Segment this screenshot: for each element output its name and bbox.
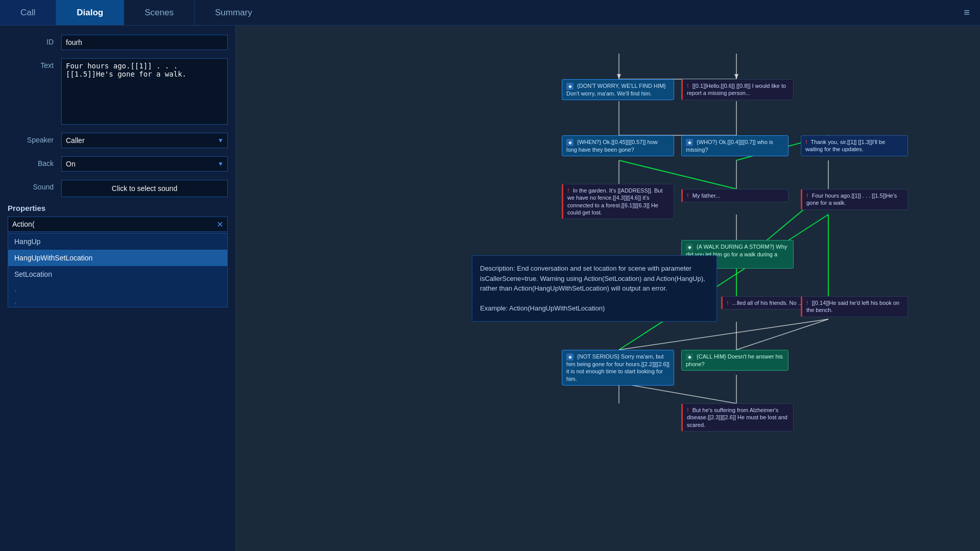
description-example: Example: Action(HangUpWithSetLocation)	[480, 303, 709, 314]
properties-title: Properties	[8, 204, 228, 212]
node-thank-you[interactable]: ! Thank you, sir.[[1]] [[1.3]]I'll be wa…	[801, 135, 908, 156]
action-clear-icon[interactable]: ✕	[212, 220, 227, 229]
tab-scenes[interactable]: Scenes	[124, 0, 195, 25]
description-popup: Description: End conversation and set lo…	[472, 255, 717, 322]
graph-canvas[interactable]: ◆ {DON'T WORRY, WE'LL FIND HIM} Don't wo…	[236, 26, 980, 551]
tab-summary[interactable]: Summary	[195, 0, 273, 25]
node-book-bench[interactable]: ! [[0.14]]He said he'd left his book on …	[801, 296, 908, 317]
dropdown-item-setlocation[interactable]: SetLocation	[8, 266, 227, 282]
node-icon-4: ◆	[686, 139, 693, 146]
svg-line-16	[619, 319, 828, 350]
sound-row: Sound Click to select sound	[0, 176, 235, 201]
dropdown-item-comma2: ,	[8, 295, 227, 307]
sound-button[interactable]: Click to select sound	[61, 180, 228, 197]
node-icon-1: ◆	[566, 83, 573, 90]
dropdown-item-hangup[interactable]: HangUp	[8, 233, 227, 250]
node-in-garden[interactable]: ! In the garden. It's [[ADDRESS]]. But w…	[562, 184, 674, 219]
action-dropdown: HangUp HangUpWithSetLocation SetLocation…	[8, 233, 228, 307]
node-dont-worry[interactable]: ◆ {DON'T WORRY, WE'LL FIND HIM} Don't wo…	[562, 79, 674, 100]
back-row: Back On Off ▼	[0, 152, 235, 176]
action-input-row: ✕	[8, 217, 228, 232]
tab-dialog[interactable]: Dialog	[56, 0, 124, 25]
node-four-hours[interactable]: ! Four hours ago.[[1]] . . . [[1.5]]He's…	[801, 189, 908, 210]
back-select[interactable]: On Off	[61, 156, 228, 172]
text-row: Text Four hours ago.[[1]] . . . [[1.5]]H…	[0, 54, 235, 129]
node-hello-report[interactable]: ! [[0.1]]Hello.[[0.6]] [[0.8]] I would l…	[681, 79, 794, 100]
node-alzheimers[interactable]: ! But he's suffering from Alzheimer's di…	[681, 403, 794, 432]
speaker-row: Speaker Caller Operator Narrator ▼	[0, 129, 235, 152]
left-panel: ID Text Four hours ago.[[1]] . . . [[1.5…	[0, 26, 236, 551]
id-input[interactable]	[61, 35, 228, 50]
speaker-select[interactable]: Caller Operator Narrator	[61, 133, 228, 148]
main-content: ID Text Four hours ago.[[1]] . . . [[1.5…	[0, 26, 980, 551]
node-when[interactable]: ◆ {WHEN?} Ok.[[0.45]][[0.57]] how long h…	[562, 135, 674, 156]
node-call-him[interactable]: ◆ {CALL HIM} Doesn't he answer his phone…	[681, 350, 788, 371]
hamburger-icon[interactable]: ≡	[953, 7, 980, 18]
node-not-serious[interactable]: ◆ {NOT SERIOUS} Sorry ma'am, but him bei…	[562, 350, 674, 386]
speaker-label: Speaker	[8, 133, 54, 144]
svg-line-19	[619, 383, 736, 403]
node-icon-9: ◆	[686, 244, 693, 251]
back-select-wrapper: On Off ▼	[61, 156, 228, 172]
node-icon-3: ◆	[566, 139, 573, 146]
svg-marker-23	[617, 74, 621, 79]
properties-section: Properties ✕ HangUp HangUpWithSetLocatio…	[0, 201, 235, 310]
description-text: Description: End conversation and set lo…	[480, 263, 709, 294]
action-input[interactable]	[8, 217, 212, 231]
top-bar: Call Dialog Scenes Summary ≡	[0, 0, 980, 26]
dropdown-item-comma1: ,	[8, 282, 227, 295]
node-my-father[interactable]: ! My father...	[681, 189, 788, 202]
back-label: Back	[8, 156, 54, 167]
node-who[interactable]: ◆ {WHO?} Ok.[[0.4]][[0.7]] who is missin…	[681, 135, 788, 156]
text-input[interactable]: Four hours ago.[[1]] . . . [[1.5]]He's g…	[61, 58, 228, 125]
tab-call[interactable]: Call	[0, 0, 56, 25]
id-row: ID	[0, 31, 235, 54]
svg-line-17	[736, 319, 828, 350]
right-panel: ◆ {DON'T WORRY, WE'LL FIND HIM} Don't wo…	[236, 26, 980, 551]
sound-label: Sound	[8, 180, 54, 191]
node-icon-13: ◆	[686, 353, 693, 361]
dropdown-item-hangupwithsetlocation[interactable]: HangUpWithSetLocation	[8, 250, 227, 266]
text-label: Text	[8, 58, 54, 69]
id-label: ID	[8, 35, 54, 46]
node-icon-12: ◆	[566, 353, 573, 361]
speaker-select-wrapper: Caller Operator Narrator ▼	[61, 133, 228, 148]
svg-marker-21	[734, 74, 738, 79]
